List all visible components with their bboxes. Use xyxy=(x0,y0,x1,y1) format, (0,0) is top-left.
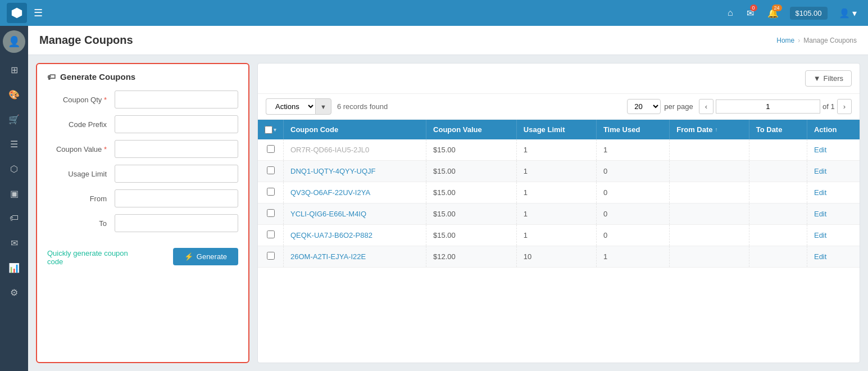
to-input[interactable] xyxy=(115,214,238,232)
from-row: From xyxy=(47,189,238,207)
td-to-date xyxy=(749,182,807,203)
edit-link[interactable]: Edit xyxy=(814,146,826,154)
sidebar-item-pages[interactable]: ▣ xyxy=(0,181,28,206)
user-nav-icon[interactable]: 👤 ▾ xyxy=(834,6,861,21)
td-time-used: 1 xyxy=(596,246,669,268)
code-prefix-row: Code Prefix xyxy=(47,115,238,133)
td-time-used: 0 xyxy=(596,182,669,203)
coupon-code-value[interactable]: YCLI-QIG6-E66L-M4IQ xyxy=(290,210,366,218)
checkbox-dropdown-arrow[interactable]: ▾ xyxy=(274,127,276,133)
edit-link[interactable]: Edit xyxy=(814,252,826,261)
mail-badge: 0 xyxy=(750,4,757,11)
row-checkbox-cell xyxy=(258,225,284,246)
breadcrumb: Home › Manage Coupons xyxy=(776,37,857,44)
edit-link[interactable]: Edit xyxy=(814,231,826,239)
table-row: 26OM-A2TI-EJYA-I22E $12.00 10 1 Edit xyxy=(258,246,860,268)
coupon-value-input[interactable] xyxy=(115,140,238,158)
sidebar-item-messages[interactable]: ✉ xyxy=(0,230,28,255)
row-checkbox-cell xyxy=(258,182,284,203)
records-info: 6 records found xyxy=(337,102,388,111)
code-prefix-input[interactable] xyxy=(115,115,238,133)
usage-limit-label: Usage Limit xyxy=(47,170,115,178)
hamburger-icon[interactable]: ☰ xyxy=(34,7,43,19)
table-toolbar-top: ▼ Filters xyxy=(258,64,860,94)
home-nav-icon[interactable]: ⌂ xyxy=(723,6,738,20)
breadcrumb-current: Manage Coupons xyxy=(803,37,857,44)
sidebar: 👤 ⊞ 🎨 🛒 ☰ ⬡ ▣ 🏷 ✉ 📊 ⚙ xyxy=(0,26,28,371)
page-current-input[interactable] xyxy=(716,99,820,114)
td-usage-limit: 1 xyxy=(516,139,596,161)
per-page-select[interactable]: 20 50 100 xyxy=(627,99,661,114)
td-action: Edit xyxy=(807,182,860,203)
sidebar-item-reports[interactable]: 📊 xyxy=(0,255,28,280)
table-toolbar-second: Actions ▼ 6 records found 20 50 100 per … xyxy=(258,94,860,120)
sidebar-item-settings[interactable]: ⚙ xyxy=(0,280,28,305)
row-checkbox[interactable] xyxy=(267,230,275,238)
row-checkbox[interactable] xyxy=(267,252,275,260)
generate-panel: 🏷 Generate Coupons Coupon Qty * Code Pre… xyxy=(36,63,249,363)
prev-page-button[interactable]: ‹ xyxy=(699,99,714,114)
td-from-date xyxy=(670,225,749,246)
filters-button[interactable]: ▼ Filters xyxy=(805,70,852,87)
table-panel: ▼ Filters Actions ▼ 6 records found 20 5… xyxy=(257,63,860,363)
th-to-date: To Date xyxy=(749,120,807,139)
bell-nav-icon[interactable]: 🔔 24 xyxy=(763,6,783,21)
mail-nav-icon[interactable]: ✉ 0 xyxy=(742,6,758,21)
coupon-code-value[interactable]: QEQK-UA7J-B6O2-P882 xyxy=(290,231,372,239)
actions-select-wrap: Actions ▼ xyxy=(266,98,331,115)
td-coupon-code: YCLI-QIG6-E66L-M4IQ xyxy=(284,203,426,225)
from-input[interactable] xyxy=(115,189,238,207)
td-action: Edit xyxy=(807,161,860,182)
sidebar-item-products[interactable]: ☰ xyxy=(0,132,28,156)
per-page-wrap: 20 50 100 per page xyxy=(627,99,693,114)
breadcrumb-home[interactable]: Home xyxy=(776,37,794,44)
th-action: Action xyxy=(807,120,860,139)
generate-btn-label: Generate xyxy=(197,252,227,261)
actions-dropdown-button[interactable]: ▼ xyxy=(315,98,331,115)
filter-label: Filters xyxy=(824,74,843,83)
row-checkbox[interactable] xyxy=(267,145,275,153)
sidebar-item-promotions[interactable]: 🏷 xyxy=(0,206,28,230)
td-time-used: 0 xyxy=(596,225,669,246)
td-from-date xyxy=(670,182,749,203)
from-date-sort-arrow[interactable]: ↑ xyxy=(715,126,718,133)
row-checkbox[interactable] xyxy=(267,166,275,174)
coupon-code-value[interactable]: DNQ1-UQTY-4QYY-UQJF xyxy=(290,167,375,175)
td-from-date xyxy=(670,161,749,182)
coupon-qty-input[interactable] xyxy=(115,91,238,108)
td-from-date xyxy=(670,203,749,225)
filter-icon: ▼ xyxy=(814,74,821,83)
row-checkbox-cell xyxy=(258,139,284,161)
td-usage-limit: 1 xyxy=(516,182,596,203)
actions-select[interactable]: Actions xyxy=(266,98,315,115)
select-all-checkbox[interactable] xyxy=(265,126,272,134)
usage-limit-input[interactable] xyxy=(115,165,238,183)
row-checkbox-cell xyxy=(258,246,284,268)
pagination: ‹ of 1 › xyxy=(699,99,852,114)
next-page-button[interactable]: › xyxy=(837,99,852,114)
row-checkbox[interactable] xyxy=(267,209,275,217)
from-label: From xyxy=(47,194,115,203)
td-coupon-value: $15.00 xyxy=(426,161,517,182)
td-action: Edit xyxy=(807,139,860,161)
td-to-date xyxy=(749,225,807,246)
avatar[interactable]: 👤 xyxy=(3,30,25,53)
generate-button[interactable]: ⚡ Generate xyxy=(173,248,238,265)
edit-link[interactable]: Edit xyxy=(814,188,826,197)
per-page-label: per page xyxy=(664,102,693,111)
balance-display[interactable]: $105.00 xyxy=(790,7,828,20)
sidebar-item-orders[interactable]: 🛒 xyxy=(0,107,28,132)
td-time-used: 0 xyxy=(596,203,669,225)
td-action: Edit xyxy=(807,203,860,225)
coupon-code-value[interactable]: QV3Q-O6AF-22UV-I2YA xyxy=(290,188,370,197)
edit-link[interactable]: Edit xyxy=(814,210,826,218)
row-checkbox[interactable] xyxy=(267,188,275,196)
code-prefix-label: Code Prefix xyxy=(47,120,115,129)
sidebar-item-extensions[interactable]: ⬡ xyxy=(0,156,28,181)
table-row: QV3Q-O6AF-22UV-I2YA $15.00 1 0 Edit xyxy=(258,182,860,203)
edit-link[interactable]: Edit xyxy=(814,167,826,175)
sidebar-item-dashboard[interactable]: ⊞ xyxy=(0,57,28,82)
coupon-code-value[interactable]: 26OM-A2TI-EJYA-I22E xyxy=(290,252,366,261)
sidebar-item-design[interactable]: 🎨 xyxy=(0,82,28,107)
th-from-date: From Date ↑ xyxy=(670,120,749,139)
